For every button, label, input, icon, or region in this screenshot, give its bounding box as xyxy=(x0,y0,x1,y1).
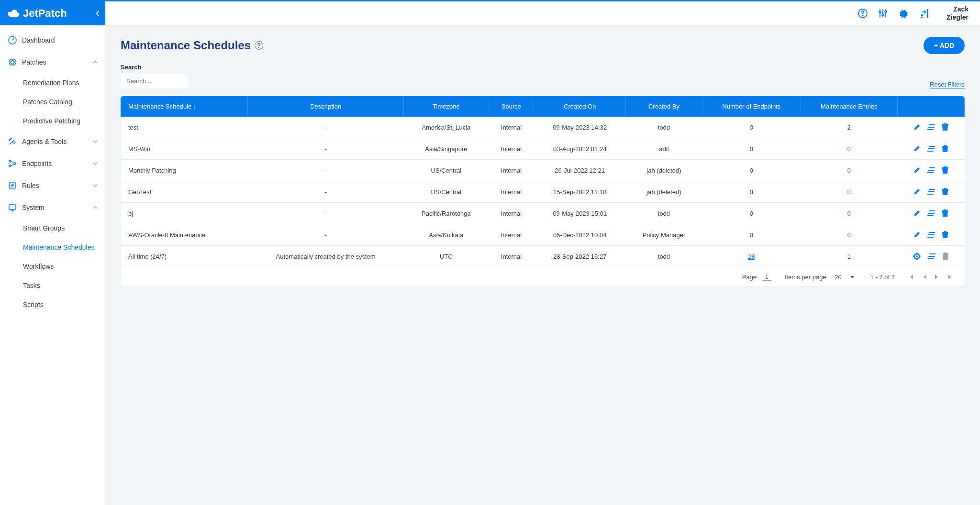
nav-endpoints[interactable]: Endpoints xyxy=(0,153,105,175)
endpoints-link[interactable]: 28 xyxy=(748,253,755,260)
page-number[interactable]: 1 xyxy=(762,273,771,281)
nav-maintenance-schedules[interactable]: Maintenance Schedules xyxy=(0,238,105,257)
nav: Dashboard Patches Remediation Plans Patc… xyxy=(0,25,105,505)
last-page-button[interactable] xyxy=(947,274,953,280)
list-icon[interactable] xyxy=(927,188,935,195)
delete-icon[interactable] xyxy=(942,145,948,153)
cell-endpoints: 0 xyxy=(702,224,801,246)
svg-point-7 xyxy=(14,163,16,165)
page-group: Page: 1 xyxy=(742,273,771,281)
delete-icon[interactable] xyxy=(942,188,948,196)
list-icon[interactable] xyxy=(927,231,935,238)
cell-endpoints: 28 xyxy=(702,246,801,267)
prev-page-button[interactable] xyxy=(923,274,926,280)
chevron-down-icon xyxy=(850,276,854,278)
list-icon[interactable] xyxy=(927,145,935,152)
search-input[interactable] xyxy=(121,74,188,88)
rules-icon xyxy=(8,181,17,190)
items-per-page-select[interactable]: 20 xyxy=(832,274,857,281)
cell-description: Automatically created by the system xyxy=(248,246,404,267)
list-icon[interactable] xyxy=(927,167,935,174)
search-row: Search Reset Filters xyxy=(121,64,965,88)
schedules-table: Maintenance Schedule↓ Description Timezo… xyxy=(121,96,965,267)
cell-name: GeoTest xyxy=(121,181,248,203)
cell-name: MS-Win xyxy=(121,138,248,160)
collapse-sidebar-button[interactable] xyxy=(96,10,100,17)
sliders-icon[interactable] xyxy=(878,8,888,19)
cell-timezone: Asia/Kolkata xyxy=(404,224,489,246)
col-description[interactable]: Description xyxy=(248,96,404,117)
add-button[interactable]: + ADD xyxy=(924,37,965,54)
delete-icon[interactable] xyxy=(942,166,948,174)
col-actions xyxy=(897,96,964,117)
search-group: Search xyxy=(121,64,188,88)
delete-icon[interactable] xyxy=(942,231,948,239)
first-page-button[interactable] xyxy=(908,274,914,280)
gear-icon[interactable] xyxy=(898,8,908,19)
cell-source: Internal xyxy=(489,138,534,160)
list-icon[interactable] xyxy=(927,124,935,131)
patches-icon xyxy=(8,58,17,66)
nav-smart-groups[interactable]: Smart Groups xyxy=(0,219,105,238)
header: Zack Ziegler xyxy=(105,1,980,25)
cell-created-on: 15-Sep-2022 11:18 xyxy=(534,181,626,203)
username[interactable]: Zack Ziegler xyxy=(947,5,969,22)
chevron-up-icon xyxy=(93,206,98,209)
col-entries[interactable]: Maintenance Entries xyxy=(801,96,897,117)
logout-icon[interactable] xyxy=(918,8,929,19)
help-icon[interactable]: ? xyxy=(255,41,263,50)
main: Zack Ziegler Maintenance Schedules ? + A… xyxy=(105,1,980,505)
cell-entries: 0 xyxy=(801,181,897,203)
nav-workflows[interactable]: Workflows xyxy=(0,257,105,276)
edit-icon[interactable] xyxy=(913,166,921,174)
cell-source: Internal xyxy=(489,224,534,246)
cell-source: Internal xyxy=(489,203,534,224)
delete-icon[interactable] xyxy=(942,123,948,131)
delete-icon[interactable] xyxy=(942,209,948,217)
nav-agents-tools[interactable]: Agents & Tools xyxy=(0,131,105,153)
col-endpoints[interactable]: Number of Endpoints xyxy=(702,96,801,117)
nav-tasks[interactable]: Tasks xyxy=(0,276,105,295)
system-icon xyxy=(8,203,17,212)
nav-dashboard[interactable]: Dashboard xyxy=(0,29,105,51)
edit-icon[interactable] xyxy=(913,209,921,217)
cell-name: AWS-Oracle-8 Maintenance xyxy=(121,224,248,246)
reset-filters-link[interactable]: Reset Filters xyxy=(930,81,965,88)
table-row: AWS-Oracle-8 Maintenance - Asia/Kolkata … xyxy=(121,224,965,246)
cell-created-by: jah (deleted) xyxy=(626,160,702,181)
delete-icon[interactable] xyxy=(942,252,949,260)
col-created-by[interactable]: Created By xyxy=(626,96,702,117)
col-source[interactable]: Source xyxy=(489,96,534,117)
pager-buttons xyxy=(908,274,953,280)
next-page-button[interactable] xyxy=(935,274,939,280)
nav-predictive-patching[interactable]: Predictive Patching xyxy=(0,111,105,131)
edit-icon[interactable] xyxy=(913,231,921,239)
col-timezone[interactable]: Timezone xyxy=(404,96,489,117)
cell-actions xyxy=(897,160,964,181)
col-schedule[interactable]: Maintenance Schedule↓ xyxy=(121,96,248,117)
dashboard-icon xyxy=(8,36,17,44)
list-icon[interactable] xyxy=(928,253,935,260)
edit-icon[interactable] xyxy=(913,188,921,196)
cell-created-on: 05-Dec-2022 10:04 xyxy=(534,224,626,246)
nav-patches[interactable]: Patches xyxy=(0,51,105,73)
svg-point-11 xyxy=(862,15,863,16)
cell-created-by: adil xyxy=(626,138,702,160)
list-icon[interactable] xyxy=(927,210,935,217)
help-icon[interactable] xyxy=(858,8,868,19)
cell-timezone: America/St_Lucia xyxy=(404,117,489,138)
cell-actions xyxy=(897,117,964,138)
edit-icon[interactable] xyxy=(913,123,921,131)
nav-system[interactable]: System xyxy=(0,197,105,219)
table-row: bj - Pacific/Rarotonga Internal 09-May-2… xyxy=(121,203,965,224)
view-icon[interactable] xyxy=(913,253,921,260)
nav-patches-catalog[interactable]: Patches Catalog xyxy=(0,92,105,111)
cell-created-on: 09-May-2023 15:01 xyxy=(534,203,626,224)
cell-created-by: todd xyxy=(626,203,702,224)
edit-icon[interactable] xyxy=(913,145,921,153)
col-created-on[interactable]: Created On xyxy=(534,96,626,117)
table-row: All time (24/7) Automatically created by… xyxy=(121,246,965,267)
nav-rules[interactable]: Rules xyxy=(0,175,105,197)
nav-scripts[interactable]: Scripts xyxy=(0,295,105,314)
nav-remediation-plans[interactable]: Remediation Plans xyxy=(0,73,105,92)
